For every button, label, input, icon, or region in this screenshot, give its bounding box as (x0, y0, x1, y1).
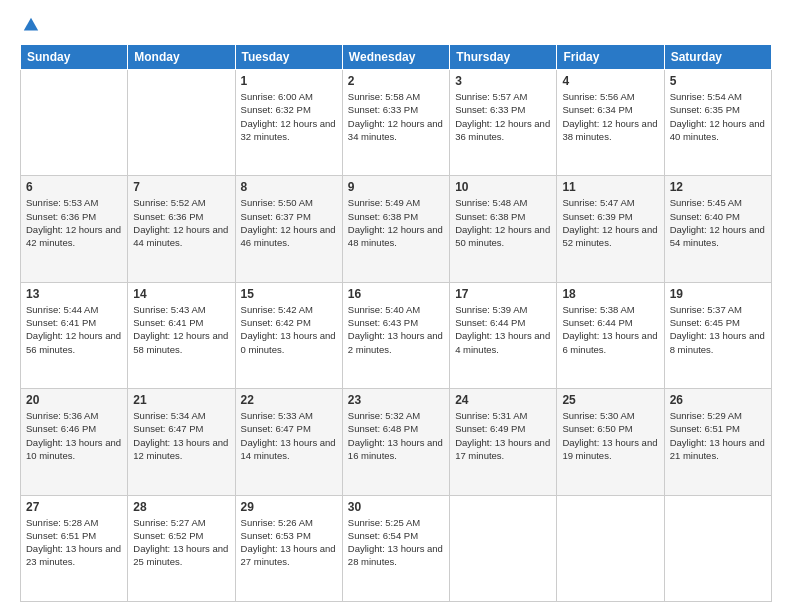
calendar-cell: 1Sunrise: 6:00 AMSunset: 6:32 PMDaylight… (235, 70, 342, 176)
day-number: 17 (455, 287, 551, 301)
calendar-cell: 23Sunrise: 5:32 AMSunset: 6:48 PMDayligh… (342, 389, 449, 495)
weekday-header-sunday: Sunday (21, 45, 128, 70)
week-row-4: 20Sunrise: 5:36 AMSunset: 6:46 PMDayligh… (21, 389, 772, 495)
calendar-cell: 19Sunrise: 5:37 AMSunset: 6:45 PMDayligh… (664, 282, 771, 388)
weekday-header-saturday: Saturday (664, 45, 771, 70)
day-number: 23 (348, 393, 444, 407)
day-info: Sunrise: 5:30 AMSunset: 6:50 PMDaylight:… (562, 409, 658, 462)
day-number: 12 (670, 180, 766, 194)
calendar-cell (21, 70, 128, 176)
week-row-2: 6Sunrise: 5:53 AMSunset: 6:36 PMDaylight… (21, 176, 772, 282)
day-number: 30 (348, 500, 444, 514)
day-info: Sunrise: 5:40 AMSunset: 6:43 PMDaylight:… (348, 303, 444, 356)
logo (20, 16, 40, 34)
day-info: Sunrise: 5:56 AMSunset: 6:34 PMDaylight:… (562, 90, 658, 143)
calendar-cell: 29Sunrise: 5:26 AMSunset: 6:53 PMDayligh… (235, 495, 342, 601)
calendar-cell: 2Sunrise: 5:58 AMSunset: 6:33 PMDaylight… (342, 70, 449, 176)
calendar-cell: 22Sunrise: 5:33 AMSunset: 6:47 PMDayligh… (235, 389, 342, 495)
calendar-cell: 9Sunrise: 5:49 AMSunset: 6:38 PMDaylight… (342, 176, 449, 282)
logo-triangle-icon (22, 16, 40, 34)
day-number: 22 (241, 393, 337, 407)
weekday-header-tuesday: Tuesday (235, 45, 342, 70)
calendar-cell (128, 70, 235, 176)
day-info: Sunrise: 5:57 AMSunset: 6:33 PMDaylight:… (455, 90, 551, 143)
day-info: Sunrise: 5:36 AMSunset: 6:46 PMDaylight:… (26, 409, 122, 462)
calendar-cell (664, 495, 771, 601)
day-number: 19 (670, 287, 766, 301)
day-info: Sunrise: 5:52 AMSunset: 6:36 PMDaylight:… (133, 196, 229, 249)
calendar-cell: 26Sunrise: 5:29 AMSunset: 6:51 PMDayligh… (664, 389, 771, 495)
day-info: Sunrise: 5:25 AMSunset: 6:54 PMDaylight:… (348, 516, 444, 569)
calendar-cell: 7Sunrise: 5:52 AMSunset: 6:36 PMDaylight… (128, 176, 235, 282)
weekday-header-friday: Friday (557, 45, 664, 70)
day-number: 7 (133, 180, 229, 194)
day-number: 3 (455, 74, 551, 88)
day-info: Sunrise: 5:49 AMSunset: 6:38 PMDaylight:… (348, 196, 444, 249)
calendar-cell: 21Sunrise: 5:34 AMSunset: 6:47 PMDayligh… (128, 389, 235, 495)
day-info: Sunrise: 5:43 AMSunset: 6:41 PMDaylight:… (133, 303, 229, 356)
week-row-5: 27Sunrise: 5:28 AMSunset: 6:51 PMDayligh… (21, 495, 772, 601)
svg-marker-0 (24, 18, 38, 31)
calendar-cell: 13Sunrise: 5:44 AMSunset: 6:41 PMDayligh… (21, 282, 128, 388)
day-info: Sunrise: 5:50 AMSunset: 6:37 PMDaylight:… (241, 196, 337, 249)
day-info: Sunrise: 5:27 AMSunset: 6:52 PMDaylight:… (133, 516, 229, 569)
calendar-cell (450, 495, 557, 601)
day-info: Sunrise: 5:32 AMSunset: 6:48 PMDaylight:… (348, 409, 444, 462)
calendar-cell: 15Sunrise: 5:42 AMSunset: 6:42 PMDayligh… (235, 282, 342, 388)
day-number: 4 (562, 74, 658, 88)
weekday-header-wednesday: Wednesday (342, 45, 449, 70)
day-number: 5 (670, 74, 766, 88)
day-number: 27 (26, 500, 122, 514)
day-number: 1 (241, 74, 337, 88)
calendar-cell: 16Sunrise: 5:40 AMSunset: 6:43 PMDayligh… (342, 282, 449, 388)
day-info: Sunrise: 5:31 AMSunset: 6:49 PMDaylight:… (455, 409, 551, 462)
calendar-cell: 3Sunrise: 5:57 AMSunset: 6:33 PMDaylight… (450, 70, 557, 176)
week-row-3: 13Sunrise: 5:44 AMSunset: 6:41 PMDayligh… (21, 282, 772, 388)
day-info: Sunrise: 5:58 AMSunset: 6:33 PMDaylight:… (348, 90, 444, 143)
calendar-cell: 27Sunrise: 5:28 AMSunset: 6:51 PMDayligh… (21, 495, 128, 601)
day-number: 26 (670, 393, 766, 407)
day-number: 10 (455, 180, 551, 194)
day-info: Sunrise: 5:39 AMSunset: 6:44 PMDaylight:… (455, 303, 551, 356)
day-number: 15 (241, 287, 337, 301)
day-info: Sunrise: 5:53 AMSunset: 6:36 PMDaylight:… (26, 196, 122, 249)
calendar-cell: 8Sunrise: 5:50 AMSunset: 6:37 PMDaylight… (235, 176, 342, 282)
day-number: 13 (26, 287, 122, 301)
calendar-cell: 11Sunrise: 5:47 AMSunset: 6:39 PMDayligh… (557, 176, 664, 282)
calendar-cell: 12Sunrise: 5:45 AMSunset: 6:40 PMDayligh… (664, 176, 771, 282)
day-info: Sunrise: 5:42 AMSunset: 6:42 PMDaylight:… (241, 303, 337, 356)
page: SundayMondayTuesdayWednesdayThursdayFrid… (0, 0, 792, 612)
day-number: 25 (562, 393, 658, 407)
day-info: Sunrise: 5:38 AMSunset: 6:44 PMDaylight:… (562, 303, 658, 356)
calendar: SundayMondayTuesdayWednesdayThursdayFrid… (20, 44, 772, 602)
day-number: 11 (562, 180, 658, 194)
day-number: 18 (562, 287, 658, 301)
day-info: Sunrise: 5:28 AMSunset: 6:51 PMDaylight:… (26, 516, 122, 569)
calendar-cell: 17Sunrise: 5:39 AMSunset: 6:44 PMDayligh… (450, 282, 557, 388)
day-info: Sunrise: 5:34 AMSunset: 6:47 PMDaylight:… (133, 409, 229, 462)
day-info: Sunrise: 5:45 AMSunset: 6:40 PMDaylight:… (670, 196, 766, 249)
day-number: 14 (133, 287, 229, 301)
day-number: 2 (348, 74, 444, 88)
calendar-cell (557, 495, 664, 601)
day-info: Sunrise: 5:33 AMSunset: 6:47 PMDaylight:… (241, 409, 337, 462)
calendar-cell: 30Sunrise: 5:25 AMSunset: 6:54 PMDayligh… (342, 495, 449, 601)
day-info: Sunrise: 5:47 AMSunset: 6:39 PMDaylight:… (562, 196, 658, 249)
calendar-cell: 25Sunrise: 5:30 AMSunset: 6:50 PMDayligh… (557, 389, 664, 495)
calendar-cell: 20Sunrise: 5:36 AMSunset: 6:46 PMDayligh… (21, 389, 128, 495)
day-number: 6 (26, 180, 122, 194)
calendar-cell: 18Sunrise: 5:38 AMSunset: 6:44 PMDayligh… (557, 282, 664, 388)
calendar-cell: 28Sunrise: 5:27 AMSunset: 6:52 PMDayligh… (128, 495, 235, 601)
day-number: 24 (455, 393, 551, 407)
day-number: 21 (133, 393, 229, 407)
day-number: 9 (348, 180, 444, 194)
header (20, 16, 772, 34)
weekday-header-monday: Monday (128, 45, 235, 70)
weekday-header-thursday: Thursday (450, 45, 557, 70)
calendar-cell: 24Sunrise: 5:31 AMSunset: 6:49 PMDayligh… (450, 389, 557, 495)
calendar-cell: 4Sunrise: 5:56 AMSunset: 6:34 PMDaylight… (557, 70, 664, 176)
day-info: Sunrise: 5:48 AMSunset: 6:38 PMDaylight:… (455, 196, 551, 249)
day-info: Sunrise: 5:37 AMSunset: 6:45 PMDaylight:… (670, 303, 766, 356)
day-info: Sunrise: 5:26 AMSunset: 6:53 PMDaylight:… (241, 516, 337, 569)
day-number: 29 (241, 500, 337, 514)
